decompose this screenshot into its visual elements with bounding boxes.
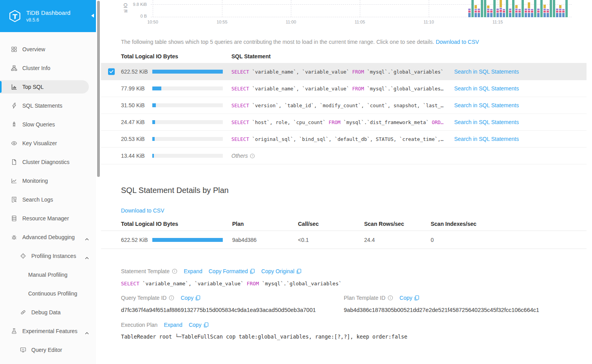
advanced-debugging-icon bbox=[11, 234, 17, 241]
details-heading: SQL Statement Details by Plan bbox=[121, 186, 229, 195]
expand-execution-plan-link[interactable]: Expand bbox=[164, 322, 182, 328]
chart-bar[interactable] bbox=[537, 8, 540, 17]
chart-bar[interactable] bbox=[525, 8, 527, 17]
sidebar-item-sql-statements[interactable]: SQL Statements bbox=[0, 96, 96, 115]
svg-text:?: ? bbox=[252, 154, 253, 157]
chart-bar[interactable] bbox=[550, 0, 552, 17]
chart-bar[interactable] bbox=[531, 9, 533, 17]
collapse-sidebar-icon[interactable] bbox=[90, 12, 95, 19]
chart-bar[interactable] bbox=[553, 0, 555, 17]
tidb-logo-icon bbox=[9, 10, 21, 22]
monitoring-icon bbox=[11, 178, 17, 184]
sidebar-item-continuous-profiling[interactable]: Continuous Profiling bbox=[0, 284, 96, 303]
chart-bar[interactable] bbox=[475, 5, 477, 17]
statement-template-label: Statement Template bbox=[121, 268, 170, 274]
sql-statement: SELECT `original_sql`, `bind_sql`, `defa… bbox=[231, 136, 444, 142]
chevron-up-icon[interactable] bbox=[85, 236, 89, 242]
chart-bar[interactable] bbox=[547, 9, 549, 17]
sidebar-item-debug-data[interactable]: Debug Data bbox=[0, 303, 96, 322]
table-row[interactable]: 20.53 KiB SELECT `original_sql`, `bind_s… bbox=[101, 131, 587, 148]
search-in-sql-statements-link[interactable]: Search in SQL Statements bbox=[454, 102, 519, 108]
sidebar-item-resource-manager[interactable]: Resource Manager bbox=[0, 209, 96, 228]
query-template-id-label: Query Template ID bbox=[121, 295, 166, 301]
sql-statement: SELECT `host`, role, `cpu_count` FROM `m… bbox=[231, 119, 444, 125]
download-csv-link[interactable]: Download to CSV bbox=[436, 39, 479, 45]
sidebar-item-search-logs[interactable]: Search Logs bbox=[0, 190, 96, 209]
search-in-sql-statements-link[interactable]: Search in SQL Statements bbox=[454, 68, 519, 75]
chart-bar[interactable] bbox=[503, 9, 505, 17]
chart-bar[interactable] bbox=[484, 0, 486, 17]
chart-bar[interactable] bbox=[540, 0, 543, 17]
chart-bar[interactable] bbox=[518, 9, 521, 17]
copy-execution-plan-button[interactable]: Copy bbox=[189, 322, 209, 328]
sidebar-menu: Overview Cluster Info bbox=[0, 40, 96, 359]
table-row[interactable]: 24.47 KiB SELECT `host`, role, `cpu_coun… bbox=[101, 114, 587, 131]
chart-bar[interactable] bbox=[562, 9, 565, 17]
overview-icon bbox=[11, 46, 17, 53]
sidebar-item-manual-profiling[interactable]: Manual Profiling bbox=[0, 265, 96, 284]
copy-original-button[interactable]: Copy Original bbox=[261, 268, 301, 274]
row-checkbox-checked[interactable] bbox=[108, 68, 115, 75]
chart-bar[interactable] bbox=[515, 5, 518, 17]
expand-statement-link[interactable]: Expand bbox=[184, 268, 202, 274]
chart-bar[interactable] bbox=[478, 8, 480, 17]
io-value: 31.50 KiB bbox=[121, 102, 145, 108]
sidebar-item-query-editor[interactable]: SQL Query Editor bbox=[0, 341, 96, 359]
copy-plan-template-id-button[interactable]: Copy bbox=[399, 295, 419, 301]
sidebar-item-overview[interactable]: Overview bbox=[0, 40, 96, 59]
chart-bar[interactable] bbox=[565, 0, 568, 17]
chart-bar[interactable] bbox=[468, 8, 471, 17]
sidebar-item-monitoring[interactable]: Monitoring bbox=[0, 171, 96, 190]
sidebar-item-experimental-features[interactable]: Experimental Features bbox=[0, 322, 96, 341]
sidebar-item-advanced-debugging[interactable]: Advanced Debugging bbox=[0, 228, 96, 247]
sidebar-item-profiling-instances[interactable]: Profiling Instances bbox=[0, 247, 96, 265]
table-row[interactable]: 77.99 KiB SELECT `variable_name`, `varia… bbox=[101, 80, 587, 97]
sidebar-item-cluster-diagnostics[interactable]: Cluster Diagnostics bbox=[0, 153, 96, 171]
resource-manager-icon bbox=[11, 215, 17, 222]
copy-formatted-button[interactable]: Copy Formatted bbox=[209, 268, 255, 274]
chart-bar[interactable] bbox=[512, 0, 514, 17]
plan-template-id-row: Plan Template ID Copy bbox=[344, 295, 419, 301]
chart-bar[interactable] bbox=[500, 0, 502, 17]
table-row[interactable]: 622.52 KiB SELECT `variable_name`, `vari… bbox=[101, 63, 587, 80]
chart-bar[interactable] bbox=[471, 0, 474, 17]
chart-bar[interactable] bbox=[509, 8, 511, 17]
chart-bar[interactable] bbox=[528, 2, 530, 17]
chart-x-tick: 10:55 bbox=[210, 20, 234, 24]
app-title: TiDB Dashboard bbox=[26, 9, 70, 16]
chart-bar[interactable] bbox=[506, 0, 508, 17]
chart-bar[interactable] bbox=[493, 0, 496, 17]
sql-statement: SELECT `version`, `table_id`, `modify_co… bbox=[231, 103, 444, 108]
sidebar-item-slow-queries[interactable]: Slow Queries bbox=[0, 115, 96, 134]
copy-query-template-id-button[interactable]: Copy bbox=[180, 295, 200, 301]
chart-bar[interactable] bbox=[522, 0, 524, 17]
chart-bar[interactable] bbox=[543, 4, 546, 17]
chart-bar[interactable] bbox=[487, 5, 489, 17]
download-csv-link-2[interactable]: Download to CSV bbox=[121, 207, 164, 214]
chevron-up-icon[interactable] bbox=[85, 254, 89, 261]
table-row-others[interactable]: 13.44 KiB Others ? bbox=[101, 148, 587, 164]
search-in-sql-statements-link[interactable]: Search in SQL Statements bbox=[454, 119, 519, 125]
sidebar-item-key-visualizer[interactable]: Key Visualizer bbox=[0, 134, 96, 153]
search-in-sql-statements-link[interactable]: Search in SQL Statements bbox=[454, 85, 519, 92]
search-in-sql-statements-link[interactable]: Search in SQL Statements bbox=[454, 136, 519, 142]
chart-bar[interactable] bbox=[481, 0, 483, 17]
sql-statement: SELECT `variable_name`, `variable_value`… bbox=[231, 69, 444, 75]
table-header-row: Total Logical IO Bytes Plan Call/sec Sca… bbox=[101, 218, 587, 231]
sidebar-scrollbar[interactable] bbox=[97, 1, 100, 177]
chart-bar[interactable] bbox=[490, 9, 493, 17]
chevron-up-icon[interactable] bbox=[85, 330, 89, 336]
chart-bar[interactable] bbox=[559, 5, 561, 17]
io-value: 13.44 KiB bbox=[121, 153, 145, 159]
execution-plan-label: Execution Plan bbox=[121, 322, 157, 328]
sidebar-item-cluster-info[interactable]: Cluster Info bbox=[0, 59, 96, 77]
chart-bar[interactable] bbox=[496, 8, 499, 17]
table-row[interactable]: 31.50 KiB SELECT `version`, `table_id`, … bbox=[101, 97, 587, 114]
sql-statement: SELECT `variable_name`, `variable_value`… bbox=[231, 86, 444, 92]
table-row[interactable]: 622.52 KiB 9ab4d386 <0.1 24.4 0 bbox=[101, 231, 587, 249]
sidebar-item-top-sql[interactable]: Top SQL bbox=[0, 77, 96, 96]
chart-bar[interactable] bbox=[534, 0, 536, 17]
chart-bar[interactable] bbox=[556, 8, 558, 17]
tidb-dashboard-app: TiDB Dashboard v8.5.6 Overview bbox=[0, 0, 592, 364]
scan-rows-per-sec: 24.4 bbox=[364, 237, 375, 243]
